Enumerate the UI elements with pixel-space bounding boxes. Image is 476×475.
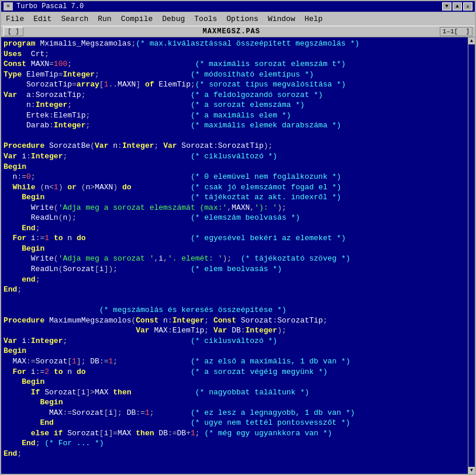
close-button[interactable]: ✕ [463,2,472,11]
code-line: Write('Adja meg a sorozat elemszámát (ma… [4,203,464,213]
minimize-button[interactable]: ▼ [442,2,451,11]
code-line: Begin (* tájékoztat az akt. indexről *) [4,192,464,203]
code-line: End (* ugye nem tettél pontosvesszőt *) [4,418,464,428]
code-line: Begin [4,244,464,254]
scroll-up-button[interactable]: ▲ [468,37,475,44]
code-line: Begin [4,397,464,408]
code-line: Var i:Integer; (* ciklusváltozó *) [4,336,464,346]
menu-file[interactable]: File [1,13,29,25]
code-line: Begin [4,377,464,387]
app-icon: ≡ [4,2,13,11]
code-line: For i:=2 to n do (* a sorozat végéig meg… [4,367,464,377]
code-line: End; [4,223,464,234]
code-line [4,131,464,141]
code-line: Procedure SorozatBe(Var n:Integer; Var S… [4,141,464,151]
menu-options[interactable]: Options [222,13,263,25]
scrollbar[interactable]: ▲ ▼ [468,37,475,474]
code-line: For i:=1 to n do (* egyesével bekéri az … [4,233,464,244]
menu-debug[interactable]: Debug [157,13,189,25]
menu-help[interactable]: Help [300,13,327,25]
line-col-indicator: 1–1[ ] [440,27,472,36]
code-line: n:=0; (* 0 elemüvel nem foglalkozunk *) [4,172,464,182]
code-line: Begin [4,346,464,356]
code-line: program Mximalis_Megszamolas;(* max.kivá… [4,39,464,49]
toolbar: [ ] MAXMEGSZ.PAS 1–1[ ] [1,26,475,37]
menu-run[interactable]: Run [93,13,116,25]
code-line: Var a:SorozatTip; (* a feldolgozandó sor… [4,90,464,100]
code-line: Darab:Integer; (* maximális elemek darab… [4,120,464,131]
code-line: Var i:Integer; (* ciklusváltozó *) [4,151,464,162]
code-line: ReadLn(Sorozat[i]); (* elem beolvasás *) [4,264,464,275]
code-line: (* megszámolás és keresés összeépítése *… [4,305,464,315]
code-line: Uses Crt; [4,49,464,60]
code-content: program Mximalis_Megszamolas;(* max.kivá… [4,39,464,459]
code-line: MAX:=Sorozat[1]; DB:=1; (* az első a max… [4,356,464,367]
menu-compile[interactable]: Compile [116,13,158,25]
code-line: n:Integer; (* a sorozat elemszáma *) [4,100,464,110]
menu-tools[interactable]: Tools [189,13,222,25]
code-line: If Sorozat[i]>MAX then (* nagyobbat talá… [4,387,464,398]
menu-search[interactable]: Search [56,13,93,25]
menu-bar: File Edit Search Run Compile Debug Tools… [1,12,475,26]
code-line: End; [4,449,464,459]
toolbar-btn-1[interactable]: [ ] [4,27,23,36]
code-line: else if Sorozat[i]=MAX then DB:=DB+1; (*… [4,428,464,439]
maximize-button[interactable]: ▲ [453,2,462,11]
code-line: Begin [4,162,464,172]
code-line: Var MAX:ElemTip; Var DB:Integer); [4,325,464,336]
code-line: MAX:=Sorozat[i]; DB:=1; (* ez lesz a leg… [4,408,464,418]
code-line: Procedure MaximumMegszamolos(Const n:Int… [4,315,464,326]
editor-area[interactable]: program Mximalis_Megszamolas;(* max.kivá… [1,37,475,474]
window-title: Turbo Pascal 7.0 [16,2,84,11]
title-bar: ≡ Turbo Pascal 7.0 ▼ ▲ ✕ [1,1,475,12]
code-line: Type ElemTip=Integer; (* módosítható ele… [4,70,464,80]
scroll-down-button[interactable]: ▼ [468,467,475,474]
code-line: Write('Adja meg a sorozat ',i,'. elemét:… [4,254,464,264]
code-line: ReadLn(n); (* elemszám beolvasás *) [4,213,464,223]
code-line: Const MAXN=100; (* maximális sorozat ele… [4,59,464,70]
main-window: ≡ Turbo Pascal 7.0 ▼ ▲ ✕ File Edit Searc… [0,0,476,475]
filename-label: MAXMEGSZ.PAS [26,27,437,36]
code-line: End; (* For ... *) [4,438,464,449]
code-line: Ertek:ElemTip; (* a maximális elem *) [4,110,464,121]
menu-edit[interactable]: Edit [29,13,56,25]
code-line: While (n<1) or (n>MAXN) do (* csak jó el… [4,182,464,193]
title-controls: ▼ ▲ ✕ [442,2,472,11]
scroll-track [468,44,475,467]
code-line [4,295,464,306]
code-line: end; [4,275,464,285]
code-line: End; [4,285,464,295]
title-bar-left: ≡ Turbo Pascal 7.0 [4,2,84,11]
code-line: SorozatTip=array[1..MAXN] of ElemTip;(* … [4,79,464,90]
menu-window[interactable]: Window [263,13,300,25]
